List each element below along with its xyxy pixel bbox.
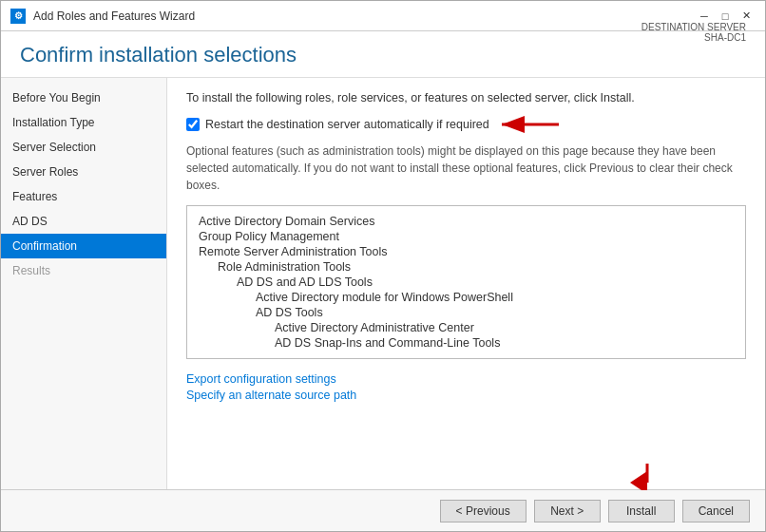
sidebar-item-server-selection[interactable]: Server Selection [1, 135, 166, 160]
restart-label[interactable]: Restart the destination server automatic… [205, 118, 489, 131]
features-list: Active Directory Domain ServicesGroup Po… [186, 205, 746, 359]
destination-server: DESTINATION SERVER SHA-DC1 [642, 22, 746, 43]
config-link[interactable]: Export configuration settings [186, 372, 746, 386]
sidebar-item-confirmation[interactable]: Confirmation [1, 234, 166, 258]
wizard-sidebar: Before You BeginInstallation TypeServer … [1, 78, 167, 489]
feature-item: Remote Server Administration Tools [199, 244, 734, 259]
wizard-content: Before You BeginInstallation TypeServer … [1, 78, 765, 489]
sidebar-item-results: Results [1, 258, 166, 283]
window-icon: ⚙ [10, 9, 26, 24]
next-button[interactable]: Next > [534, 500, 601, 522]
optional-note: Optional features (such as administratio… [186, 142, 746, 194]
restart-checkbox[interactable] [186, 118, 200, 131]
sidebar-item-features[interactable]: Features [1, 184, 166, 209]
feature-item: AD DS Snap-Ins and Command-Line Tools [199, 335, 734, 351]
sidebar-item-before-you-begin[interactable]: Before You Begin [1, 86, 166, 110]
wizard-footer: < Previous Next > Install Cancel [1, 489, 765, 531]
feature-item: Active Directory module for Windows Powe… [199, 290, 734, 305]
window-title: Add Roles and Features Wizard [33, 10, 695, 23]
feature-item: Active Directory Administrative Center [199, 320, 734, 335]
feature-item: Active Directory Domain Services [199, 214, 734, 229]
feature-item: AD DS Tools [199, 305, 734, 320]
page-title: Confirm installation selections [20, 43, 746, 67]
feature-item: Group Policy Management [199, 229, 734, 244]
dest-server-label: DESTINATION SERVER [642, 22, 746, 32]
install-button[interactable]: Install [608, 500, 675, 522]
previous-button[interactable]: < Previous [440, 500, 527, 522]
main-panel: To install the following roles, role ser… [167, 78, 765, 489]
sidebar-item-server-roles[interactable]: Server Roles [1, 160, 166, 184]
dest-server-name: SHA-DC1 [642, 32, 746, 43]
sidebar-item-ad-ds[interactable]: AD DS [1, 209, 166, 234]
page-header: DESTINATION SERVER SHA-DC1 Confirm insta… [1, 31, 765, 78]
instruction-text: To install the following roles, role ser… [186, 91, 746, 104]
sidebar-item-installation-type[interactable]: Installation Type [1, 110, 166, 135]
arrow-icon [497, 114, 564, 135]
feature-item: Role Administration Tools [199, 259, 734, 275]
config-link[interactable]: Specify an alternate source path [186, 389, 746, 402]
cancel-button[interactable]: Cancel [682, 500, 750, 522]
wizard-window: ⚙ Add Roles and Features Wizard ─ □ ✕ DE… [0, 0, 766, 532]
install-arrow-icon [628, 462, 666, 490]
links-section: Export configuration settingsSpecify an … [186, 372, 746, 402]
restart-row: Restart the destination server automatic… [186, 114, 746, 135]
feature-item: AD DS and AD LDS Tools [199, 275, 734, 290]
